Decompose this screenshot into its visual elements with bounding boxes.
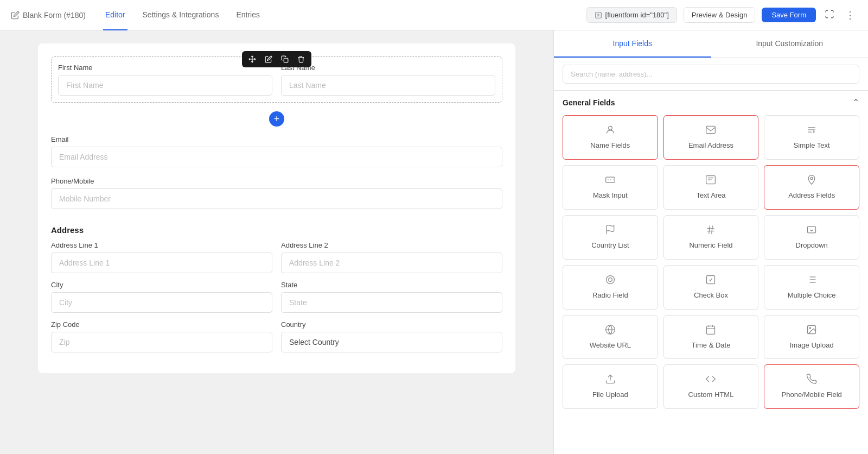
field-card-label-numeric-field: Numeric Field — [689, 241, 732, 250]
address-line1-input[interactable] — [51, 253, 272, 273]
move-icon — [248, 55, 256, 63]
last-name-label: Last Name — [281, 64, 495, 72]
field-card-radio-field[interactable]: Radio Field — [563, 265, 658, 310]
list-icon — [806, 274, 817, 287]
field-card-label-simple-text: Simple Text — [794, 141, 830, 150]
more-options-button[interactable]: ⋮ — [843, 7, 857, 23]
panel-search-input[interactable] — [563, 65, 859, 84]
field-card-email-address[interactable]: Email Address — [663, 115, 759, 160]
last-name-input[interactable] — [281, 75, 495, 96]
state-input[interactable] — [281, 292, 502, 313]
toolbar-delete-button[interactable] — [294, 53, 308, 65]
field-card-country-list[interactable]: Country List — [563, 215, 658, 260]
tab-settings[interactable]: Settings & Integrations — [141, 0, 221, 30]
email-input[interactable] — [51, 147, 502, 167]
field-card-label-name-fields: Name Fields — [590, 141, 630, 150]
field-card-website-url[interactable]: Website URL — [563, 315, 658, 360]
field-card-label-mask-input: Mask Input — [593, 191, 628, 200]
editor-area: First Name Last Name + Email — [0, 30, 553, 454]
trash-icon — [297, 55, 305, 63]
last-name-group: Last Name — [281, 64, 495, 96]
main-layout: First Name Last Name + Email — [0, 30, 868, 454]
pencil-icon — [265, 55, 272, 63]
field-card-time-date[interactable]: Time & Date — [663, 315, 759, 360]
expand-icon — [825, 9, 834, 19]
field-card-simple-text[interactable]: Simple Text — [764, 115, 859, 160]
field-card-address-fields[interactable]: Address Fields — [764, 165, 859, 210]
field-card-image-upload[interactable]: Image Upload — [764, 315, 859, 360]
field-card-label-phone-mobile-field: Phone/Mobile Field — [782, 390, 842, 400]
flag-icon — [605, 224, 616, 237]
field-card-label-custom-html: Custom HTML — [688, 390, 734, 400]
tab-input-customization[interactable]: Input Customization — [711, 30, 869, 58]
panel-section: General Fields ⌃ Name FieldsEmail Addres… — [554, 91, 868, 454]
field-card-check-box[interactable]: Check Box — [663, 265, 759, 310]
add-field-button[interactable]: + — [269, 111, 284, 127]
toolbar-move-button[interactable] — [245, 53, 259, 65]
collapse-button[interactable]: ⌃ — [852, 97, 859, 108]
save-button[interactable]: Save Form — [762, 8, 816, 22]
first-name-input[interactable] — [58, 75, 272, 96]
field-card-label-country-list: Country List — [591, 241, 629, 250]
shortcode-button[interactable]: [fluentform id="180"] — [586, 7, 677, 23]
radio-icon — [605, 274, 616, 287]
field-toolbar — [242, 51, 311, 67]
add-button-row: + — [51, 111, 502, 127]
tab-entries[interactable]: Entries — [234, 0, 262, 30]
shortcode-icon — [595, 11, 602, 19]
mask-icon — [605, 174, 616, 187]
expand-button[interactable] — [822, 7, 837, 23]
field-card-phone-mobile-field[interactable]: Phone/Mobile Field — [764, 364, 859, 409]
zip-group: Zip Code — [51, 320, 272, 352]
field-card-label-website-url: Website URL — [590, 341, 631, 350]
city-input[interactable] — [51, 292, 272, 313]
field-card-numeric-field[interactable]: Numeric Field — [663, 215, 759, 260]
field-card-label-dropdown: Dropdown — [796, 241, 828, 250]
phone-input[interactable] — [51, 188, 502, 209]
website-icon — [605, 324, 616, 337]
field-card-label-email-address: Email Address — [688, 141, 733, 150]
preview-button[interactable]: Preview & Design — [684, 7, 756, 23]
email-label: Email — [51, 135, 502, 143]
field-card-multiple-choice[interactable]: Multiple Choice — [764, 265, 859, 310]
phone-label: Phone/Mobile — [51, 177, 502, 185]
address-section: Address Address Line 1 Address Line 2 — [51, 225, 502, 352]
city-state-row: City State — [51, 281, 502, 313]
country-label: Country — [281, 320, 502, 329]
zip-input[interactable] — [51, 332, 272, 352]
zip-country-row: Zip Code Country Select Country — [51, 320, 502, 352]
field-card-name-fields[interactable]: Name Fields — [563, 115, 658, 160]
field-card-text-area[interactable]: Text Area — [663, 165, 759, 210]
nav-tabs: Editor Settings & Integrations Entries — [103, 0, 275, 30]
top-nav: Blank Form (#180) Editor Settings & Inte… — [0, 0, 868, 30]
field-card-custom-html[interactable]: Custom HTML — [663, 364, 759, 409]
textarea-icon — [705, 174, 716, 187]
tab-input-fields[interactable]: Input Fields — [554, 30, 711, 58]
svg-rect-3 — [706, 126, 716, 133]
country-select[interactable]: Select Country — [281, 332, 502, 352]
field-card-label-file-upload: File Upload — [592, 390, 628, 400]
field-card-label-address-fields: Address Fields — [788, 191, 835, 200]
field-card-dropdown[interactable]: Dropdown — [764, 215, 859, 260]
svg-rect-1 — [284, 58, 288, 62]
location-icon — [806, 174, 817, 187]
city-group: City — [51, 281, 272, 313]
duplicate-icon — [281, 55, 289, 63]
panel-search-wrap — [554, 58, 868, 91]
zip-label: Zip Code — [51, 320, 272, 329]
field-card-mask-input[interactable]: Mask Input — [563, 165, 658, 210]
svg-rect-15 — [808, 226, 816, 233]
toolbar-duplicate-button[interactable] — [278, 53, 292, 65]
svg-point-2 — [608, 126, 612, 130]
panel-tabs: Input Fields Input Customization — [554, 30, 868, 58]
svg-point-9 — [810, 177, 813, 179]
svg-rect-25 — [707, 326, 715, 334]
toolbar-edit-button[interactable] — [261, 53, 276, 65]
tab-editor[interactable]: Editor — [103, 0, 127, 30]
field-card-file-upload[interactable]: File Upload — [563, 364, 658, 409]
person-icon — [605, 124, 616, 137]
address-line2-input[interactable] — [281, 253, 502, 273]
address-line1-group: Address Line 1 — [51, 241, 272, 273]
address-lines-row: Address Line 1 Address Line 2 — [51, 241, 502, 273]
field-card-label-image-upload: Image Upload — [790, 341, 834, 350]
